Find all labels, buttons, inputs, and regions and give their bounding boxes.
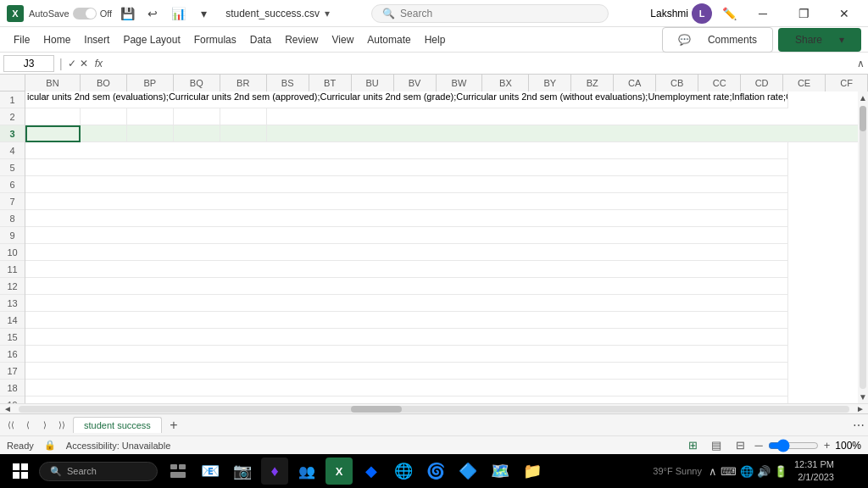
col-header-BY[interactable]: BY [529, 75, 571, 92]
next-sheet-icon[interactable]: ⟩ [37, 418, 53, 433]
col-header-BV[interactable]: BV [394, 75, 437, 92]
datetime-display[interactable]: 12:31 PM2/1/2023 [794, 458, 834, 485]
cell-row4[interactable] [25, 142, 788, 159]
menu-automate[interactable]: Automate [360, 30, 417, 49]
prev-sheet-icon[interactable]: ⟨ [20, 418, 36, 433]
save-icon[interactable]: 💾 [117, 3, 137, 24]
normal-view-button[interactable]: ⊞ [683, 436, 702, 455]
row-num-2[interactable]: 2 [0, 108, 25, 125]
edit-icon[interactable]: ✏️ [719, 3, 739, 24]
row-num-19[interactable]: 19 [0, 396, 25, 403]
cell-BP3[interactable] [127, 125, 174, 142]
camera-icon[interactable]: 📷 [229, 458, 256, 485]
col-header-BX[interactable]: BX [482, 75, 529, 92]
sheet-options-icon[interactable]: ⋯ [853, 419, 865, 432]
expand-formula-bar-icon[interactable]: ∧ [857, 58, 865, 69]
col-header-BT[interactable]: BT [309, 75, 352, 92]
col-header-BO[interactable]: BO [81, 75, 127, 92]
menu-file[interactable]: File [7, 30, 36, 49]
col-header-BS[interactable]: BS [267, 75, 309, 92]
chart-icon[interactable]: 📊 [168, 3, 188, 24]
row-num-7[interactable]: 7 [0, 193, 25, 210]
horizontal-scrollbar[interactable]: ◄ ► [0, 403, 868, 413]
keyboard-icon[interactable]: ⌨ [721, 465, 737, 478]
cell-BO3[interactable] [81, 125, 127, 142]
scroll-thumb[interactable] [860, 106, 866, 131]
col-header-CB[interactable]: CB [656, 75, 698, 92]
menu-review[interactable]: Review [278, 30, 325, 49]
menu-view[interactable]: View [326, 30, 361, 49]
cell-row5[interactable] [25, 159, 788, 176]
col-header-BP[interactable]: BP [127, 75, 174, 92]
chrome-icon[interactable]: 🌐 [390, 458, 417, 485]
cell-row15[interactable] [25, 329, 788, 346]
page-break-view-button[interactable]: ⊟ [731, 436, 749, 455]
sheet-tab-student-success[interactable]: student success [73, 417, 162, 433]
start-button[interactable] [7, 458, 34, 485]
first-sheet-icon[interactable]: ⟨⟨ [3, 418, 19, 433]
menu-page-layout[interactable]: Page Layout [116, 30, 186, 49]
zoom-out-icon[interactable]: ─ [754, 439, 762, 452]
col-header-CF[interactable]: CF [826, 75, 868, 92]
cell-BN2[interactable] [25, 108, 81, 125]
col-header-BN[interactable]: BN [25, 75, 81, 92]
scroll-right-icon[interactable]: ► [853, 404, 868, 413]
row-num-10[interactable]: 10 [0, 244, 25, 261]
cell-row12[interactable] [25, 278, 788, 295]
row-num-9[interactable]: 9 [0, 227, 25, 244]
cell-reference-input[interactable] [3, 55, 54, 72]
col-header-BW[interactable]: BW [437, 75, 483, 92]
cell-row7[interactable] [25, 193, 788, 210]
row-num-4[interactable]: 4 [0, 142, 25, 159]
scroll-track[interactable] [860, 106, 866, 389]
row-num-18[interactable]: 18 [0, 380, 25, 396]
undo-icon[interactable]: ↩ [142, 3, 163, 24]
col-header-CA[interactable]: CA [614, 75, 656, 92]
battery-icon[interactable]: 🔋 [774, 465, 787, 478]
cell-BP2[interactable] [127, 108, 174, 125]
cell-row10[interactable] [25, 244, 788, 261]
row-num-17[interactable]: 17 [0, 363, 25, 380]
dropdown-icon[interactable]: ▾ [193, 3, 214, 24]
col-header-CC[interactable]: CC [698, 75, 741, 92]
cell-row13[interactable] [25, 295, 788, 312]
maps-icon[interactable]: 🗺️ [487, 458, 514, 485]
cell-BS3-rest[interactable] [267, 125, 858, 142]
network-icon[interactable]: 🌐 [740, 465, 754, 478]
menu-help[interactable]: Help [418, 30, 453, 49]
menu-data[interactable]: Data [243, 30, 278, 49]
cell-row17[interactable] [25, 363, 788, 380]
cell-BS2-rest[interactable] [267, 108, 858, 125]
cell-row6[interactable] [25, 176, 788, 193]
restore-button[interactable]: ❐ [787, 0, 821, 27]
comments-button[interactable]: 💬 Comments [662, 27, 773, 53]
teams-icon[interactable]: 👥 [293, 458, 320, 485]
scroll-left-icon[interactable]: ◄ [0, 404, 15, 413]
row-num-16[interactable]: 16 [0, 346, 25, 363]
row-num-1[interactable]: 1 [0, 92, 25, 108]
row-num-14[interactable]: 14 [0, 312, 25, 329]
col-header-BU[interactable]: BU [352, 75, 394, 92]
cell-row9[interactable] [25, 227, 788, 244]
dropbox-icon[interactable]: ◆ [358, 458, 385, 485]
menu-home[interactable]: Home [36, 30, 77, 49]
cell-row11[interactable] [25, 261, 788, 278]
minimize-button[interactable]: ─ [746, 0, 780, 27]
notification-icon[interactable] [841, 461, 861, 481]
cell-row14[interactable] [25, 312, 788, 329]
avatar[interactable]: L [692, 3, 712, 24]
col-header-BR[interactable]: BR [220, 75, 267, 92]
row-num-13[interactable]: 13 [0, 295, 25, 312]
mail-icon[interactable]: 📧 [197, 458, 224, 485]
ai-icon[interactable]: ♦ [261, 458, 288, 485]
row-num-3[interactable]: 3 [0, 125, 25, 142]
row-num-12[interactable]: 12 [0, 278, 25, 295]
excel-taskbar-icon[interactable]: X [326, 458, 353, 485]
row-num-15[interactable]: 15 [0, 329, 25, 346]
cell-row8[interactable] [25, 210, 788, 227]
cell-BQ2[interactable] [174, 108, 220, 125]
cell-BO2[interactable] [81, 108, 127, 125]
row-num-8[interactable]: 8 [0, 210, 25, 227]
vertical-scrollbar[interactable]: ▲ ▼ [858, 92, 868, 403]
sound-icon[interactable]: 🔊 [757, 465, 771, 478]
